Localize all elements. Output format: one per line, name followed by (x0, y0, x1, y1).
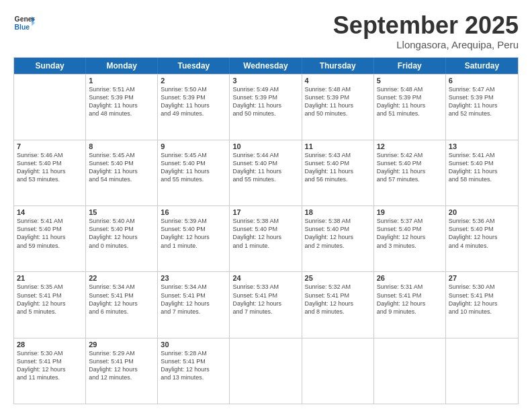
day-info: Sunrise: 5:50 AM Sunset: 5:39 PM Dayligh… (161, 85, 226, 118)
day-info: Sunrise: 5:39 AM Sunset: 5:40 PM Dayligh… (161, 217, 226, 250)
day-cell-15: 15Sunrise: 5:40 AM Sunset: 5:40 PM Dayli… (86, 206, 158, 271)
day-number: 25 (305, 274, 371, 282)
weekday-header-wednesday: Wednesday (230, 58, 302, 74)
day-cell-30: 30Sunrise: 5:28 AM Sunset: 5:41 PM Dayli… (158, 338, 230, 404)
day-cell-11: 11Sunrise: 5:43 AM Sunset: 5:40 PM Dayli… (302, 140, 374, 205)
empty-cell (446, 338, 518, 404)
day-cell-22: 22Sunrise: 5:34 AM Sunset: 5:41 PM Dayli… (86, 272, 158, 337)
day-info: Sunrise: 5:35 AM Sunset: 5:41 PM Dayligh… (17, 283, 83, 316)
day-cell-20: 20Sunrise: 5:36 AM Sunset: 5:40 PM Dayli… (446, 206, 518, 271)
day-number: 7 (17, 142, 83, 150)
day-info: Sunrise: 5:49 AM Sunset: 5:39 PM Dayligh… (232, 85, 298, 118)
day-cell-6: 6Sunrise: 5:47 AM Sunset: 5:39 PM Daylig… (446, 75, 518, 140)
day-cell-28: 28Sunrise: 5:30 AM Sunset: 5:41 PM Dayli… (14, 338, 86, 404)
day-cell-18: 18Sunrise: 5:38 AM Sunset: 5:40 PM Dayli… (302, 206, 374, 271)
day-cell-12: 12Sunrise: 5:42 AM Sunset: 5:40 PM Dayli… (374, 140, 446, 205)
calendar-body: 1Sunrise: 5:51 AM Sunset: 5:39 PM Daylig… (14, 74, 518, 404)
day-cell-3: 3Sunrise: 5:49 AM Sunset: 5:39 PM Daylig… (230, 75, 302, 140)
day-cell-2: 2Sunrise: 5:50 AM Sunset: 5:39 PM Daylig… (158, 75, 230, 140)
day-cell-19: 19Sunrise: 5:37 AM Sunset: 5:40 PM Dayli… (374, 206, 446, 271)
day-info: Sunrise: 5:40 AM Sunset: 5:40 PM Dayligh… (89, 217, 154, 250)
day-info: Sunrise: 5:28 AM Sunset: 5:41 PM Dayligh… (161, 349, 226, 382)
day-cell-9: 9Sunrise: 5:45 AM Sunset: 5:40 PM Daylig… (158, 140, 230, 205)
day-info: Sunrise: 5:36 AM Sunset: 5:40 PM Dayligh… (449, 217, 515, 250)
day-cell-8: 8Sunrise: 5:45 AM Sunset: 5:40 PM Daylig… (86, 140, 158, 205)
day-info: Sunrise: 5:38 AM Sunset: 5:40 PM Dayligh… (305, 217, 371, 250)
weekday-header-thursday: Thursday (302, 58, 374, 74)
empty-cell (302, 338, 374, 404)
day-info: Sunrise: 5:41 AM Sunset: 5:40 PM Dayligh… (17, 217, 83, 250)
day-number: 26 (377, 274, 443, 282)
calendar: SundayMondayTuesdayWednesdayThursdayFrid… (13, 57, 519, 404)
day-number: 2 (161, 77, 226, 85)
day-number: 8 (89, 142, 154, 150)
day-number: 6 (449, 77, 515, 85)
day-number: 3 (232, 77, 298, 85)
location: Llongasora, Arequipa, Peru (333, 39, 519, 50)
day-info: Sunrise: 5:32 AM Sunset: 5:41 PM Dayligh… (305, 283, 371, 316)
calendar-header: SundayMondayTuesdayWednesdayThursdayFrid… (14, 58, 518, 74)
logo: General Blue (13, 12, 35, 34)
day-number: 17 (232, 208, 298, 216)
day-info: Sunrise: 5:48 AM Sunset: 5:39 PM Dayligh… (305, 85, 371, 118)
day-number: 9 (161, 142, 226, 150)
day-info: Sunrise: 5:33 AM Sunset: 5:41 PM Dayligh… (232, 283, 298, 316)
day-number: 19 (377, 208, 443, 216)
day-number: 4 (305, 77, 371, 85)
day-number: 29 (89, 340, 154, 349)
day-info: Sunrise: 5:51 AM Sunset: 5:39 PM Dayligh… (89, 85, 154, 118)
day-info: Sunrise: 5:34 AM Sunset: 5:41 PM Dayligh… (89, 283, 154, 316)
day-info: Sunrise: 5:45 AM Sunset: 5:40 PM Dayligh… (89, 151, 154, 184)
day-number: 18 (305, 208, 371, 216)
day-number: 5 (377, 77, 443, 85)
day-number: 21 (17, 274, 83, 282)
day-cell-24: 24Sunrise: 5:33 AM Sunset: 5:41 PM Dayli… (230, 272, 302, 337)
day-number: 10 (232, 142, 298, 150)
calendar-row-5: 28Sunrise: 5:30 AM Sunset: 5:41 PM Dayli… (14, 338, 518, 404)
day-info: Sunrise: 5:30 AM Sunset: 5:41 PM Dayligh… (449, 283, 515, 316)
day-cell-26: 26Sunrise: 5:31 AM Sunset: 5:41 PM Dayli… (374, 272, 446, 337)
day-cell-16: 16Sunrise: 5:39 AM Sunset: 5:40 PM Dayli… (158, 206, 230, 271)
day-info: Sunrise: 5:42 AM Sunset: 5:40 PM Dayligh… (377, 151, 443, 184)
day-number: 13 (449, 142, 515, 150)
month-title: September 2025 (333, 12, 519, 39)
day-cell-10: 10Sunrise: 5:44 AM Sunset: 5:40 PM Dayli… (230, 140, 302, 205)
weekday-header-sunday: Sunday (14, 58, 86, 74)
logo-icon: General Blue (13, 12, 35, 34)
day-info: Sunrise: 5:41 AM Sunset: 5:40 PM Dayligh… (449, 151, 515, 184)
day-number: 24 (232, 274, 298, 282)
day-cell-21: 21Sunrise: 5:35 AM Sunset: 5:41 PM Dayli… (14, 272, 86, 337)
day-info: Sunrise: 5:46 AM Sunset: 5:40 PM Dayligh… (17, 151, 83, 184)
day-cell-25: 25Sunrise: 5:32 AM Sunset: 5:41 PM Dayli… (302, 272, 374, 337)
day-number: 1 (89, 77, 154, 85)
day-number: 14 (17, 208, 83, 216)
day-number: 27 (449, 274, 515, 282)
day-number: 23 (161, 274, 226, 282)
svg-text:Blue: Blue (15, 24, 30, 31)
day-number: 30 (161, 340, 226, 349)
day-info: Sunrise: 5:48 AM Sunset: 5:39 PM Dayligh… (377, 85, 443, 118)
day-info: Sunrise: 5:37 AM Sunset: 5:40 PM Dayligh… (377, 217, 443, 250)
header: General Blue September 2025 Llongasora, … (13, 12, 519, 50)
day-cell-14: 14Sunrise: 5:41 AM Sunset: 5:40 PM Dayli… (14, 206, 86, 271)
day-number: 16 (161, 208, 226, 216)
day-cell-13: 13Sunrise: 5:41 AM Sunset: 5:40 PM Dayli… (446, 140, 518, 205)
day-cell-17: 17Sunrise: 5:38 AM Sunset: 5:40 PM Dayli… (230, 206, 302, 271)
day-cell-27: 27Sunrise: 5:30 AM Sunset: 5:41 PM Dayli… (446, 272, 518, 337)
weekday-header-saturday: Saturday (446, 58, 518, 74)
day-number: 28 (17, 340, 83, 349)
day-cell-23: 23Sunrise: 5:34 AM Sunset: 5:41 PM Dayli… (158, 272, 230, 337)
day-cell-29: 29Sunrise: 5:29 AM Sunset: 5:41 PM Dayli… (86, 338, 158, 404)
day-number: 11 (305, 142, 371, 150)
day-info: Sunrise: 5:45 AM Sunset: 5:40 PM Dayligh… (161, 151, 226, 184)
day-cell-7: 7Sunrise: 5:46 AM Sunset: 5:40 PM Daylig… (14, 140, 86, 205)
calendar-row-4: 21Sunrise: 5:35 AM Sunset: 5:41 PM Dayli… (14, 271, 518, 337)
calendar-row-2: 7Sunrise: 5:46 AM Sunset: 5:40 PM Daylig… (14, 140, 518, 205)
day-info: Sunrise: 5:29 AM Sunset: 5:41 PM Dayligh… (89, 349, 154, 382)
day-info: Sunrise: 5:34 AM Sunset: 5:41 PM Dayligh… (161, 283, 226, 316)
calendar-row-3: 14Sunrise: 5:41 AM Sunset: 5:40 PM Dayli… (14, 205, 518, 271)
empty-cell (230, 338, 302, 404)
day-info: Sunrise: 5:30 AM Sunset: 5:41 PM Dayligh… (17, 349, 83, 382)
day-number: 20 (449, 208, 515, 216)
day-number: 12 (377, 142, 443, 150)
